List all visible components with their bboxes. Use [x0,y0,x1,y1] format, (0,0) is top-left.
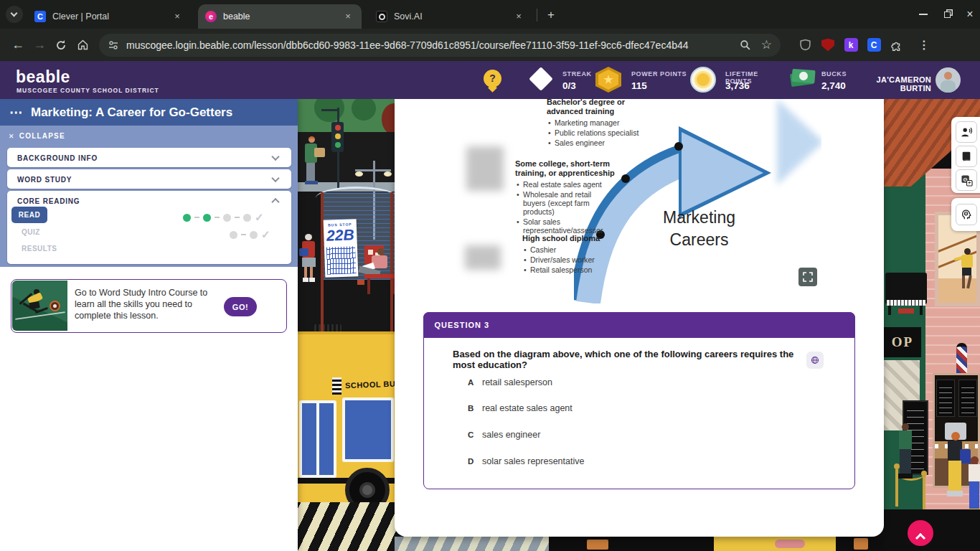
read-aloud-button[interactable] [956,121,977,143]
minimize-button[interactable] [913,6,934,23]
thinking-rail [951,198,980,231]
section-label: CORE READING [17,197,80,205]
read-button[interactable]: READ [11,207,47,223]
piano [885,273,928,316]
diagram-level-some-college: Some college, short-term training, or ap… [515,159,630,235]
tab-beable[interactable]: e beable × [198,4,362,29]
collapse-button[interactable]: ✕ COLLAPSE [9,132,65,140]
lesson-sidebar: ⋯ Marketing: A Career for Go-Getters ✕ C… [0,99,298,551]
close-window-button[interactable]: × [959,6,980,23]
soccer-illustration [12,281,67,331]
shop-sign: OP [884,327,921,357]
sun-icon [690,67,716,93]
results-label[interactable]: RESULTS [22,245,57,253]
bus-stop-sign: BUS STOP 22B [324,219,359,278]
section-core-reading[interactable]: CORE READING [7,191,291,264]
diagram-level-high-school: High school diploma Cashier Driver/sales… [522,234,623,274]
tab-close-icon[interactable]: × [171,10,184,23]
translate-question-button[interactable] [806,352,824,369]
section-label: BACKGROUND INFO [17,154,98,161]
scroll-to-top-button[interactable] [908,520,933,546]
go-button[interactable]: GO! [224,297,257,316]
section-background-info[interactable]: BACKGROUND INFO [7,148,291,167]
tab-clever-portal[interactable]: C Clever | Portal × [27,4,191,29]
tab-search-chevron[interactable] [6,6,23,23]
chevron-down-icon [271,174,279,182]
site-settings-icon[interactable] [108,39,119,51]
lesson-title: Marketing: A Career for Go-Getters [31,105,232,120]
dancer [958,248,977,293]
user-name: JA'CAMERON BURTIN [844,75,931,93]
translate-icon: G [961,174,973,187]
bookmark-star-icon[interactable]: ☆ [761,37,772,52]
answer-option-b[interactable]: Breal estate sales agent [468,403,573,418]
book-icon [961,151,972,162]
check-icon: ✓ [261,228,270,241]
school-bus: SCHOOL BU [291,331,400,512]
forward-button[interactable]: → [29,34,50,56]
new-tab-button[interactable]: + [542,6,560,24]
lesson-content-card: Bachelor's degree or advanced training M… [395,99,884,537]
tab-title: beable [223,11,341,22]
progress-dot [223,214,231,222]
home-button[interactable] [72,34,93,56]
blurred-figure [465,245,501,270]
pedestrian-red-jacket [298,234,326,286]
expand-image-button[interactable] [798,268,817,286]
url-text[interactable]: muscogee.login.beable.com/lesson/dbb6cd6… [126,39,739,51]
read-progress: ✓ [183,211,264,224]
promo-text: Go to Word Study Intro Course to learn a… [75,287,222,321]
search-icon[interactable] [739,39,751,51]
power-points-stat: POWER POINTS 115 [595,65,689,94]
head-gear-icon [960,208,973,221]
dictionary-button[interactable] [956,146,977,167]
browser-toolbar: ← → muscogee.login.beable.com/lesson/dbb… [0,29,980,61]
tab-close-icon[interactable]: × [341,10,354,23]
browser-tab-strip: C Clever | Portal × e beable × Sovi.AI ×… [0,0,980,29]
pedestrian-green [895,423,917,484]
lesson-title-bar: ⋯ Marketing: A Career for Go-Getters [0,99,298,126]
accessibility-rail: G [951,117,980,193]
lifetime-points-stat: LIFETIME POINTS 3,736 [690,65,783,94]
beable-logo[interactable]: beable [16,67,70,87]
check-icon: ✓ [255,211,264,224]
browser-menu-icon[interactable]: ⋮ [915,37,933,54]
extensions-puzzle-icon[interactable] [888,37,905,54]
clever-favicon: C [34,11,46,22]
tab-close-icon[interactable]: × [512,10,525,23]
tab-sovi-ai[interactable]: Sovi.AI × [369,4,532,29]
progress-dot [250,231,258,239]
ublock-extension-icon[interactable] [819,37,837,54]
comprehension-button[interactable] [956,204,977,225]
back-button[interactable]: ← [7,34,29,56]
quiz-label[interactable]: QUIZ [22,228,40,236]
bush [352,96,376,121]
address-bar[interactable]: muscogee.login.beable.com/lesson/dbb6cd6… [99,34,781,57]
chevron-up-icon [271,198,279,206]
answer-option-a[interactable]: Aretail salesperson [468,377,552,392]
progress-dot [183,214,191,222]
bus-window [342,397,394,462]
beable-favicon: e [205,11,217,22]
kami-extension-icon[interactable]: k [842,37,859,54]
avatar[interactable] [936,67,961,93]
translate-button[interactable]: G [956,169,977,191]
restore-button[interactable] [936,6,958,23]
reload-button[interactable] [50,34,72,56]
clever-extension-icon[interactable]: C [865,37,882,54]
help-icon[interactable]: ? [484,70,501,88]
street-bottom [395,537,884,551]
answer-option-d[interactable]: Dsolar sales representative [468,456,584,471]
tab-title: Sovi.AI [394,11,512,22]
question-label: QUESTION 3 [435,321,490,329]
pedestrian-yellow-pants [943,432,971,509]
bus-door [299,400,336,478]
quiz-progress: ✓ [230,228,270,241]
section-word-study[interactable]: WORD STUDY [7,169,291,189]
crosswalk [291,502,405,551]
answer-option-c[interactable]: Csales engineer [468,430,540,444]
sidebar-menu-icon[interactable]: ⋯ [9,104,23,121]
chevron-down-icon [271,152,279,160]
diagram-title: Marketing Careers [647,207,751,251]
privacy-shield-icon[interactable] [796,37,814,54]
